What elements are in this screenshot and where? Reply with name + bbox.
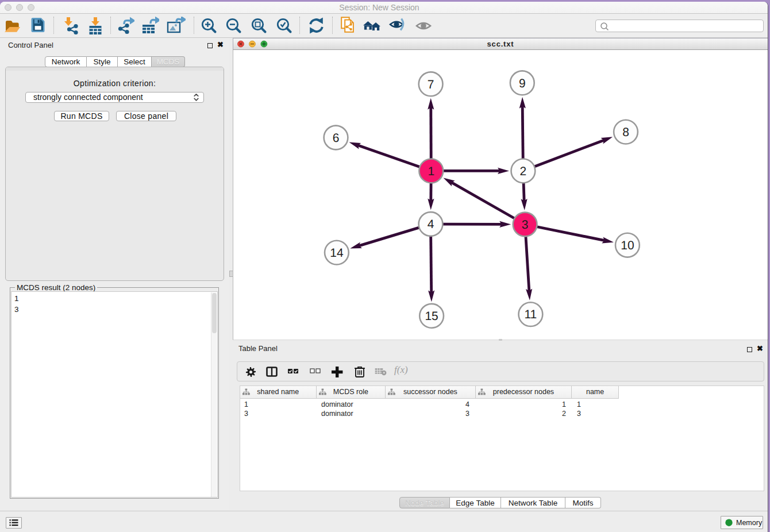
svg-text:9: 9	[519, 77, 526, 90]
svg-text:6: 6	[333, 132, 340, 145]
svg-text:3: 3	[522, 218, 529, 232]
svg-text:15: 15	[425, 310, 438, 323]
svg-text:7: 7	[428, 78, 434, 91]
svg-text:10: 10	[621, 239, 634, 252]
svg-text:1: 1	[428, 165, 434, 178]
svg-text:11: 11	[524, 308, 537, 321]
svg-text:14: 14	[330, 246, 344, 260]
svg-text:2: 2	[520, 165, 527, 178]
svg-text:4: 4	[428, 218, 434, 231]
svg-text:8: 8	[622, 126, 629, 139]
